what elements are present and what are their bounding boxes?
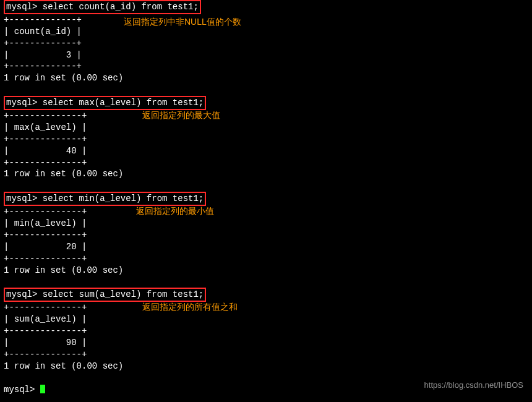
sql-query: select min(a_level) from test1;: [43, 194, 204, 203]
mysql-prompt: mysql>: [6, 289, 43, 299]
status-line: 1 row in set (0.00 sec): [0, 72, 532, 84]
query-block-sum: mysql> select sum(a_level) from test1; +…: [0, 288, 532, 383]
table-header: | max(a_level) |: [0, 122, 532, 134]
table-divider: +-------------+: [0, 61, 532, 72]
table-divider: +--------------+: [0, 206, 532, 218]
table-row: | 40 |: [0, 145, 532, 157]
annotation-label: 返回指定列的最小值: [136, 205, 214, 217]
mysql-prompt: mysql>: [6, 194, 43, 203]
status-line: 1 row in set (0.00 sec): [0, 265, 532, 276]
table-divider: +-------------+: [0, 14, 532, 26]
query-block-min: mysql> select min(a_level) from test1; +…: [0, 192, 532, 288]
sql-query: select max(a_level) from test1;: [43, 98, 204, 108]
table-row: | 90 |: [0, 337, 532, 349]
sql-command-highlight: mysql> select sum(a_level) from test1;: [4, 288, 206, 302]
mysql-prompt: mysql>: [6, 2, 43, 12]
command-row: mysql> select min(a_level) from test1;: [0, 192, 532, 206]
table-header: | sum(a_level) |: [0, 314, 532, 325]
blank-line: [0, 84, 532, 96]
status-line: 1 row in set (0.00 sec): [0, 168, 532, 180]
blank-line: [0, 180, 532, 192]
table-divider: +--------------+: [0, 229, 532, 241]
mysql-prompt: mysql>: [6, 98, 43, 108]
table-header: | count(a_id) |: [0, 26, 532, 38]
table-divider: +--------------+: [0, 157, 532, 169]
annotation-label: 返回指定列的最大值: [142, 109, 220, 121]
mysql-prompt: mysql>: [4, 385, 40, 395]
command-row: mysql> select sum(a_level) from test1;: [0, 288, 532, 302]
sql-query: select sum(a_level) from test1;: [43, 289, 204, 299]
sql-query: select count(a_id) from test1;: [43, 2, 199, 12]
query-block-max: mysql> select max(a_level) from test1; +…: [0, 96, 532, 192]
table-row: | 20 |: [0, 241, 532, 253]
command-row: mysql> select max(a_level) from test1;: [0, 96, 532, 110]
table-divider: +--------------+: [0, 110, 532, 122]
command-row: mysql> select count(a_id) from test1;: [0, 0, 532, 14]
status-line: 1 row in set (0.00 sec): [0, 361, 532, 372]
watermark-text: https://blog.csdn.net/IHBOS: [424, 380, 523, 391]
sql-command-highlight: mysql> select count(a_id) from test1;: [4, 0, 201, 14]
table-divider: +-------------+: [0, 38, 532, 49]
table-divider: +--------------+: [0, 253, 532, 265]
cursor-icon: [40, 385, 45, 393]
query-block-count: mysql> select count(a_id) from test1; +-…: [0, 0, 532, 96]
blank-line: [0, 276, 532, 288]
table-divider: +--------------+: [0, 349, 532, 361]
table-header: | min(a_level) |: [0, 218, 532, 229]
annotation-label: 返回指定列的所有值之和: [142, 301, 238, 313]
table-divider: +--------------+: [0, 325, 532, 337]
table-divider: +--------------+: [0, 134, 532, 145]
sql-command-highlight: mysql> select min(a_level) from test1;: [4, 192, 206, 206]
sql-command-highlight: mysql> select max(a_level) from test1;: [4, 96, 206, 110]
table-row: | 3 |: [0, 49, 532, 61]
annotation-label: 返回指定列中非NULL值的个数: [124, 16, 241, 28]
table-divider: +--------------+: [0, 302, 532, 314]
